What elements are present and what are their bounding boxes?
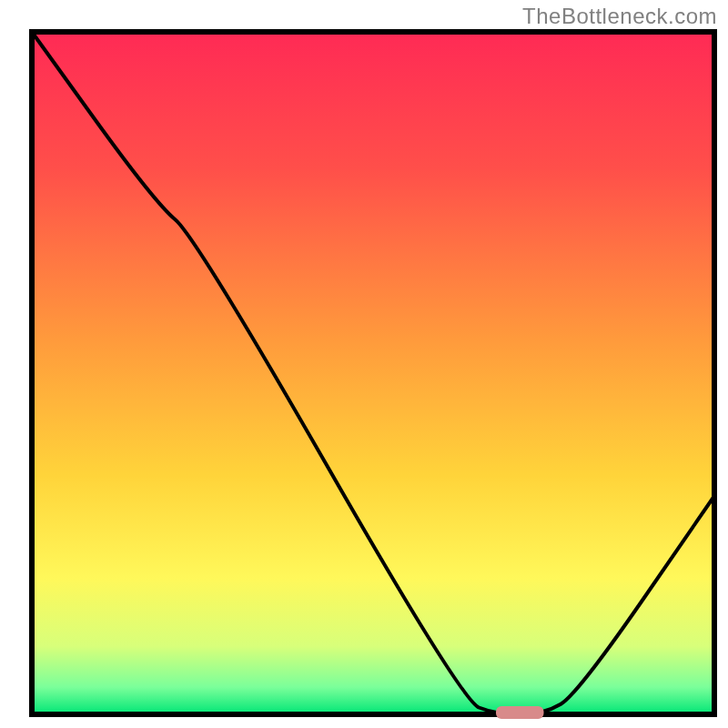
bottleneck-chart (0, 0, 728, 728)
watermark-text: TheBottleneck.com (522, 4, 717, 29)
optimal-marker (496, 706, 544, 719)
chart-frame: TheBottleneck.com (0, 0, 728, 728)
plot-background (32, 32, 714, 714)
